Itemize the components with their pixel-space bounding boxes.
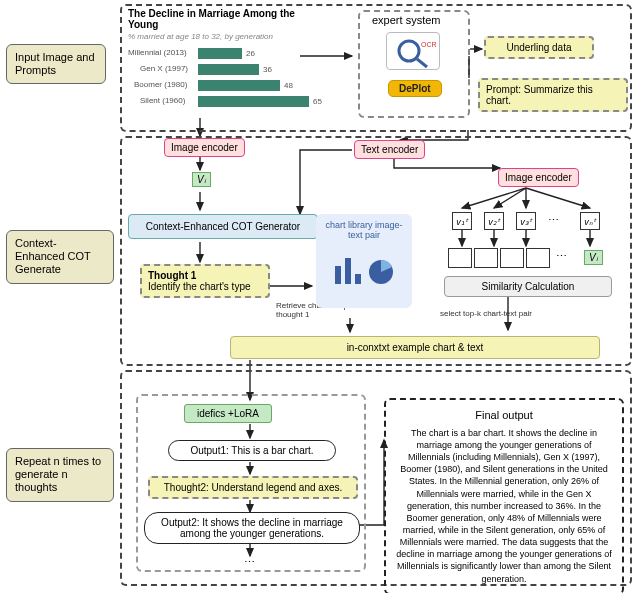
- bar-val-1: 36: [263, 65, 272, 74]
- bar-2: [198, 80, 280, 91]
- expert-system-title: expert system: [372, 14, 440, 26]
- vt-3: v₃ᵗ: [516, 212, 536, 230]
- vt-2: v₂ᵗ: [484, 212, 504, 230]
- vt-1: v₁ᵗ: [452, 212, 472, 230]
- final-output-body: The chart is a bar chart. It shows the d…: [396, 427, 612, 585]
- idefics-lora: idefics +LoRA: [184, 404, 272, 423]
- incontext-example-box: in-conxtxt example chart & text: [230, 336, 600, 359]
- svg-rect-4: [335, 266, 341, 284]
- ocr-icon: OCR: [386, 32, 440, 70]
- svg-text:OCR: OCR: [421, 41, 437, 48]
- bar-cat-2: Boomer (1980): [134, 80, 187, 89]
- image-encoder-1: Image encoder: [164, 138, 245, 157]
- chart-library-box: chart library image-text pair: [316, 214, 412, 308]
- vt-ellipsis: ⋯: [548, 214, 559, 227]
- output-1: Output1: This is a bar chart.: [168, 440, 336, 461]
- output-2: Output2: It shows the decline in marriag…: [144, 512, 360, 544]
- stage-1-label: Input Image and Prompts: [6, 44, 106, 84]
- emb-slot-1: [448, 248, 472, 268]
- bar-3: [198, 96, 309, 107]
- final-output-title: Final output: [396, 408, 612, 423]
- chart-subtitle: % married at age 18 to 32, by generation: [128, 32, 273, 41]
- thought-1-box: Thought 1 Identify the chart's type: [140, 264, 270, 298]
- thought-1-label: Thought 1: [148, 270, 196, 281]
- emb-slot-3: [500, 248, 524, 268]
- bar-val-3: 65: [313, 97, 322, 106]
- cot-generator: Context-Enhanced COT Generator: [128, 214, 318, 239]
- pipeline-ellipsis: ⋯: [244, 556, 255, 569]
- vi-token-1: Vᵢ: [192, 172, 211, 187]
- text-encoder: Text encoder: [354, 140, 425, 159]
- svg-rect-6: [355, 274, 361, 284]
- stage-2-label: Context-Enhanced COT Generate: [6, 230, 114, 284]
- bar-0: [198, 48, 242, 59]
- stage-3-label: Repeat n times to generate n thoughts: [6, 448, 114, 502]
- thought-2-box: Thought2: Understand legend and axes.: [148, 476, 358, 499]
- svg-point-0: [399, 41, 419, 61]
- svg-line-1: [417, 59, 427, 67]
- thought-1-text: Identify the chart's type: [148, 281, 251, 292]
- bar-val-0: 26: [246, 49, 255, 58]
- deplot-badge: DePlot: [388, 80, 442, 97]
- chart-title: The Decline in Marriage Among the Young: [128, 8, 308, 30]
- prompt-box: Prompt: Summarize this chart.: [478, 78, 628, 112]
- vi-token-2: Vᵢ: [584, 250, 603, 265]
- emb-ellipsis: ⋯: [556, 250, 567, 263]
- bar-cat-3: Silent (1960): [140, 96, 185, 105]
- vt-n: vₙᵗ: [580, 212, 600, 230]
- emb-slot-2: [474, 248, 498, 268]
- emb-slot-4: [526, 248, 550, 268]
- bar-cat-1: Gen X (1997): [140, 64, 188, 73]
- image-encoder-2: Image encoder: [498, 168, 579, 187]
- chart-library-label: chart library image-text pair: [325, 220, 402, 240]
- select-topk-note: select top-k chart-text pair: [440, 310, 532, 319]
- final-output-box: Final output The chart is a bar chart. I…: [384, 398, 624, 593]
- bar-val-2: 48: [284, 81, 293, 90]
- bar-cat-0: Millennial (2013): [128, 48, 187, 57]
- underling-data-box: Underling data: [484, 36, 594, 59]
- similarity-calculation: Similarity Calculation: [444, 276, 612, 297]
- bar-1: [198, 64, 259, 75]
- svg-rect-5: [345, 258, 351, 284]
